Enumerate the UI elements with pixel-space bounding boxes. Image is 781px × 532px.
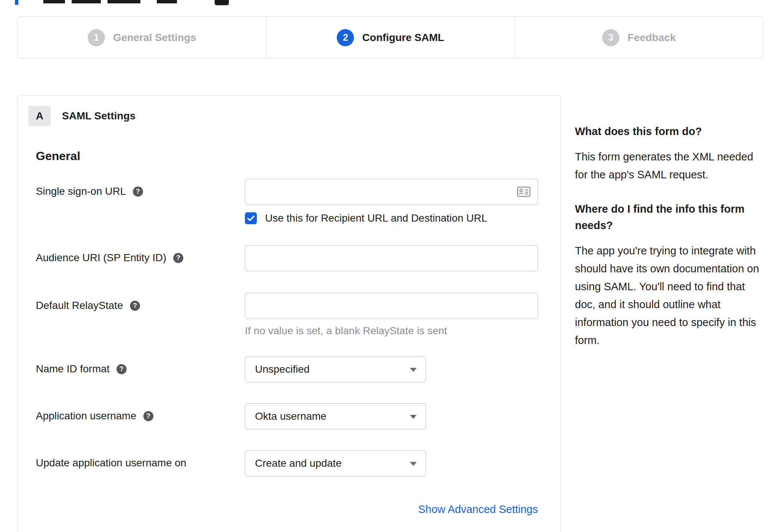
header-fragment (215, 0, 229, 5)
help-body-1: This form generates the XML needed for t… (575, 148, 767, 184)
contact-card-icon[interactable] (517, 187, 530, 197)
section-a-badge: A (28, 106, 51, 126)
help-sidebar: What does this form do? This form genera… (575, 123, 767, 349)
chevron-down-icon (410, 462, 417, 466)
advanced-settings-row: Show Advanced Settings (36, 503, 538, 516)
saml-settings-panel: A SAML Settings General Single sign-on U… (18, 95, 561, 532)
relay-state-helper-text: If no value is set, a blank RelayState i… (245, 325, 543, 337)
help-body-2: The app you're trying to integrate with … (575, 242, 767, 349)
sso-recipient-checkbox-row[interactable]: Use this for Recipient URL and Destinati… (245, 212, 543, 224)
field-label-cell: Update application username on (36, 450, 245, 469)
step-label: Feedback (628, 32, 676, 44)
header-fragment (157, 0, 177, 3)
form-row-application-username: Application username ? Okta username (36, 403, 543, 429)
application-username-select[interactable]: Okta username (245, 403, 426, 429)
field-control-cell (245, 245, 543, 271)
field-label-cell: Single sign-on URL ? (36, 179, 245, 197)
panel-header: A SAML Settings (28, 106, 543, 126)
help-icon[interactable]: ? (143, 411, 153, 421)
help-icon[interactable]: ? (130, 301, 140, 311)
relay-state-input-wrap (245, 293, 538, 319)
step-number-badge: 1 (88, 29, 105, 46)
sso-url-input-wrap (245, 179, 538, 205)
selected-value: Create and update (255, 457, 342, 469)
name-id-format-select[interactable]: Unspecified (245, 356, 426, 382)
section-heading-general: General (36, 149, 543, 163)
field-control-cell: Unspecified (245, 356, 543, 382)
sso-url-input[interactable] (245, 179, 538, 205)
header-fragment (108, 0, 140, 3)
help-icon[interactable]: ? (133, 187, 143, 197)
form-row-sso-url: Single sign-on URL ? (36, 179, 543, 224)
audience-uri-input-wrap (245, 245, 538, 271)
header-fragment (43, 0, 65, 3)
step-label: General Settings (113, 32, 196, 44)
name-id-format-label: Name ID format (36, 363, 110, 375)
header-fragment (72, 0, 101, 3)
wizard-stepper: 1 General Settings 2 Configure SAML 3 Fe… (18, 16, 763, 59)
step-label: Configure SAML (362, 32, 444, 44)
checkbox-checked[interactable] (245, 212, 257, 224)
step-configure-saml[interactable]: 2 Configure SAML (267, 17, 515, 58)
panel-title: SAML Settings (62, 110, 136, 122)
form-row-relay-state: Default RelayState ? If no value is set,… (36, 293, 543, 337)
relay-state-label: Default RelayState (36, 300, 123, 311)
field-label-cell: Application username ? (36, 403, 245, 422)
field-control-cell: Okta username (245, 403, 543, 429)
page: 1 General Settings 2 Configure SAML 3 Fe… (0, 0, 781, 532)
step-number-badge: 3 (602, 29, 619, 46)
field-label-cell: Name ID format ? (36, 356, 245, 375)
help-heading-2: Where do I find the info this form needs… (575, 201, 767, 234)
field-control-cell: Use this for Recipient URL and Destinati… (245, 179, 543, 224)
step-general-settings[interactable]: 1 General Settings (18, 17, 267, 58)
sso-url-label: Single sign-on URL (36, 185, 126, 197)
form-row-name-id-format: Name ID format ? Unspecified (36, 356, 543, 382)
field-control-cell: Create and update (245, 450, 543, 476)
update-username-on-select[interactable]: Create and update (245, 450, 426, 476)
selected-value: Unspecified (255, 363, 309, 375)
help-heading-1: What does this form do? (575, 123, 767, 140)
show-advanced-settings-link[interactable]: Show Advanced Settings (418, 503, 538, 515)
field-label-cell: Default RelayState ? (36, 293, 245, 312)
selected-value: Okta username (255, 410, 326, 422)
form-row-update-username-on: Update application username on Create an… (36, 450, 543, 476)
check-icon (247, 215, 255, 221)
relay-state-input[interactable] (245, 293, 538, 319)
step-feedback[interactable]: 3 Feedback (515, 17, 763, 58)
help-icon[interactable]: ? (116, 364, 127, 374)
step-number-badge: 2 (337, 29, 354, 46)
audience-uri-label: Audience URI (SP Entity ID) (36, 252, 167, 263)
chevron-down-icon (410, 368, 417, 372)
form-row-audience-uri: Audience URI (SP Entity ID) ? (36, 245, 543, 271)
field-control-cell: If no value is set, a blank RelayState i… (245, 293, 543, 337)
field-label-cell: Audience URI (SP Entity ID) ? (36, 245, 245, 264)
chevron-down-icon (410, 415, 417, 419)
header-fragment (15, 0, 18, 5)
application-username-label: Application username (36, 410, 136, 422)
audience-uri-input[interactable] (245, 245, 538, 271)
checkbox-label: Use this for Recipient URL and Destinati… (265, 212, 487, 224)
help-icon[interactable]: ? (173, 253, 183, 263)
update-username-on-label: Update application username on (36, 457, 186, 469)
